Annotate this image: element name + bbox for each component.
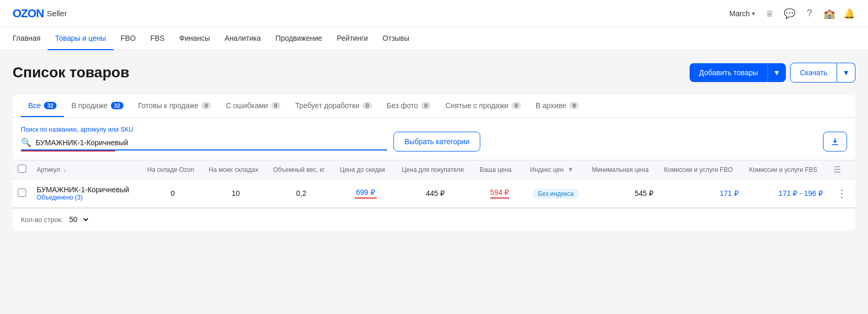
rows-label: Кол-во строк:	[21, 216, 63, 224]
nav-item-ratings[interactable]: Рейтинги	[330, 27, 375, 50]
row-price-buyer-value: 445 ₽	[426, 189, 445, 197]
download-icon	[830, 136, 840, 147]
row-your-price: 594 ₽	[475, 179, 525, 208]
school-icon[interactable]: 🏫	[823, 7, 836, 20]
tab-no-photo-label: Без фото	[387, 101, 418, 110]
row-more-cell: ⋮	[828, 179, 855, 208]
search-row: Поиск по названию, артикулу или SKU 🔍 Вы…	[13, 118, 855, 152]
row-min-price: 545 ₽	[587, 179, 659, 208]
table-row: БУМАЖНИК-1-Коричневый Объединено (3) 0 1…	[13, 179, 855, 208]
row-fbo: 171 ₽	[659, 179, 744, 208]
tab-errors-badge: 0	[271, 102, 280, 109]
bell-icon[interactable]: 🔔	[843, 7, 855, 20]
month-selector[interactable]: March ▾	[729, 9, 755, 18]
main-content: Список товаров Добавить товары ▼ Скачать…	[0, 50, 868, 314]
th-weight-label: Объемный вес, кг	[273, 166, 325, 173]
search-input[interactable]	[36, 138, 387, 147]
nav-item-finance[interactable]: Финансы	[172, 27, 218, 50]
tab-removed-label: Снятые с продажи	[445, 101, 508, 110]
tab-archive[interactable]: В архиве 9	[528, 95, 587, 117]
table-download-button[interactable]	[823, 132, 847, 152]
table-section: Поиск по названию, артикулу или SKU 🔍 Вы…	[13, 118, 855, 230]
search-underline	[21, 150, 115, 152]
tab-needs-work[interactable]: Требует доработки 0	[288, 95, 379, 117]
month-chevron-icon: ▾	[752, 10, 755, 17]
row-price-buyer: 445 ₽	[397, 179, 475, 208]
filter-tabs: Все 32 В продаже 32 Готовы к продаже 0 С…	[13, 95, 855, 118]
tab-errors[interactable]: С ошибками 0	[218, 95, 288, 117]
tab-needs-work-badge: 0	[363, 102, 372, 109]
add-products-chevron-button[interactable]: ▼	[768, 63, 786, 82]
filter-index-icon[interactable]: ▼	[567, 166, 574, 173]
tab-needs-work-label: Требует доработки	[295, 101, 359, 110]
logo-area: OZON Seller	[13, 7, 67, 20]
row-no-index-badge: Без индекса	[533, 189, 579, 199]
th-your-price-label: Ваша цена	[480, 166, 512, 173]
th-ozon-stock-label: На складе Ozon	[147, 166, 194, 173]
nav-item-reviews[interactable]: Отзывы	[375, 27, 416, 50]
tab-ready-badge: 0	[201, 102, 211, 109]
rows-select[interactable]: 10 25 50 100	[67, 215, 90, 224]
row-fbs: 171 ₽ - 196 ₽	[744, 179, 828, 208]
row-fbs-value: 171 ₽ - 196 ₽	[779, 189, 823, 197]
row-your-price-value: 594 ₽	[490, 188, 509, 196]
tab-all[interactable]: Все 32	[21, 95, 64, 117]
th-more: ☰	[828, 160, 855, 179]
search-wrapper: Поиск по названию, артикулу или SKU 🔍	[21, 126, 387, 152]
select-all-checkbox[interactable]	[18, 165, 26, 173]
tab-all-label: Все	[28, 101, 41, 110]
row-price-before-value: 699 ₽	[356, 188, 375, 196]
th-weight: Объемный вес, кг	[268, 160, 335, 179]
th-my-stock: На моих складах	[204, 160, 268, 179]
tab-in-sale-label: В продаже	[71, 101, 107, 110]
th-min-price-label: Минимальная цена	[592, 166, 649, 173]
nav-item-fbs[interactable]: FBS	[143, 27, 172, 50]
tab-ready[interactable]: Готовы к продаже 0	[131, 95, 219, 117]
tab-in-sale-badge: 32	[111, 102, 123, 109]
th-min-price: Минимальная цена	[587, 160, 659, 179]
download-chevron-button[interactable]: ▼	[837, 63, 855, 83]
row-fbo-value: 171 ₽	[719, 189, 738, 197]
title-actions: Добавить товары ▼ Скачать ▼	[690, 63, 855, 83]
th-checkbox	[13, 160, 31, 179]
ozon-logo: OZON	[13, 7, 44, 20]
tab-in-sale[interactable]: В продаже 32	[64, 95, 130, 117]
header-icons: ♕ 💬 ? 🏫 🔔	[763, 7, 855, 20]
svg-rect-0	[832, 144, 838, 145]
row-ozon-stock: 0	[142, 179, 204, 208]
tab-archive-label: В архиве	[536, 101, 567, 110]
th-fbo: Комиссии и услуги FBO	[659, 160, 744, 179]
crown-icon[interactable]: ♕	[763, 7, 776, 20]
nav-item-products[interactable]: Товары и цены	[48, 27, 113, 50]
download-button[interactable]: Скачать	[790, 63, 838, 83]
row-more-button[interactable]: ⋮	[833, 187, 850, 200]
tab-removed[interactable]: Снятые с продажи 0	[438, 95, 528, 117]
tab-no-photo[interactable]: Без фото 0	[379, 95, 438, 117]
nav-item-promo[interactable]: Продвижение	[268, 27, 330, 50]
th-price-before-label: Цена до скидки	[340, 166, 385, 173]
row-article-name: БУМАЖНИК-1-Коричневый	[37, 185, 137, 194]
top-header: OZON Seller March ▾ ♕ 💬 ? 🏫 🔔	[0, 0, 868, 27]
sort-article-icon[interactable]: ↓	[63, 167, 66, 173]
row-checkbox[interactable]	[18, 189, 26, 197]
products-section: Все 32 В продаже 32 Готовы к продаже 0 С…	[13, 95, 855, 230]
column-settings-icon[interactable]: ☰	[833, 165, 841, 174]
category-button[interactable]: Выбрать категории	[393, 132, 480, 152]
row-article-union[interactable]: Объединено (3)	[37, 194, 137, 201]
search-icon: 🔍	[21, 137, 31, 147]
row-checkbox-cell	[13, 179, 31, 208]
add-products-button[interactable]: Добавить товары	[690, 63, 768, 82]
row-price-before: 699 ₽	[335, 179, 397, 208]
row-weight: 0,2	[268, 179, 335, 208]
nav-item-analytics[interactable]: Аналитика	[217, 27, 268, 50]
help-icon[interactable]: ?	[803, 7, 816, 20]
nav-item-fbo[interactable]: FBO	[114, 27, 143, 50]
message-icon[interactable]: 💬	[783, 7, 796, 20]
download-button-group: Скачать ▼	[790, 63, 855, 83]
products-table: Артикул ↓ На складе Ozon На моих складах…	[13, 160, 855, 208]
row-price-index: Без индекса	[525, 179, 587, 208]
nav-item-home[interactable]: Главная	[13, 27, 48, 50]
row-article-cell: БУМАЖНИК-1-Коричневый Объединено (3)	[31, 179, 142, 208]
header-right: March ▾ ♕ 💬 ? 🏫 🔔	[729, 7, 855, 20]
nav-bar: Главная Товары и цены FBO FBS Финансы Ан…	[0, 27, 868, 50]
